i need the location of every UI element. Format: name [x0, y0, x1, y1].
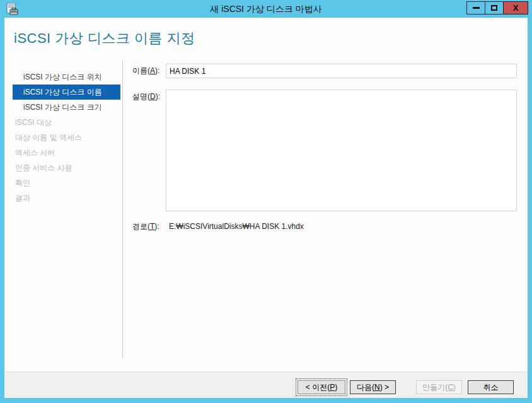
titlebar[interactable]: 새 iSCSI 가상 디스크 마법사 X	[0, 0, 532, 18]
sidebar-item-disk-name[interactable]: iSCSI 가상 디스크 이름	[13, 85, 120, 100]
sidebar-item-auth-services: 인증 서비스 사용	[13, 160, 120, 175]
name-label: 이름(A):	[132, 64, 159, 78]
path-label: 경로(T):	[132, 219, 159, 233]
close-icon: X	[513, 4, 519, 12]
nav-divider	[122, 60, 123, 358]
sidebar-item-confirmation: 확인	[13, 175, 120, 190]
wizard-window: 새 iSCSI 가상 디스크 마법사 X iSCSI 가상 디스크 이름 지정 …	[0, 0, 532, 403]
sidebar-item-iscsi-target: iSCSI 대상	[13, 115, 120, 130]
next-button[interactable]: 다음(N) >	[350, 380, 396, 394]
window-title: 새 iSCSI 가상 디스크 마법사	[0, 0, 532, 18]
wizard-nav: iSCSI 가상 디스크 위치 iSCSI 가상 디스크 이름 iSCSI 가상…	[13, 69, 120, 206]
sidebar-item-target-name-access: 대상 이름 및 액세스	[13, 130, 120, 145]
close-button[interactable]: X	[503, 1, 528, 15]
description-label: 설명(D):	[132, 90, 160, 103]
name-input[interactable]	[166, 64, 517, 78]
sidebar-item-results: 결과	[13, 190, 120, 206]
minimize-button[interactable]	[466, 1, 485, 15]
sidebar-item-access-servers: 액세스 서버	[13, 145, 120, 160]
footer: < 이전(P) 다음(N) > 만들기(C) 취소	[4, 371, 528, 398]
cancel-button[interactable]: 취소	[468, 380, 514, 394]
minimize-icon	[473, 7, 480, 9]
sidebar-item-disk-location[interactable]: iSCSI 가상 디스크 위치	[13, 69, 120, 85]
page-title: iSCSI 가상 디스크 이름 지정	[14, 29, 195, 48]
maximize-icon	[491, 5, 497, 11]
sidebar-item-disk-size[interactable]: iSCSI 가상 디스크 크기	[13, 100, 120, 115]
previous-button[interactable]: < 이전(P)	[298, 380, 345, 394]
path-value: E:₩iSCSIVirtualDisks₩HA DISK 1.vhdx	[169, 220, 304, 233]
maximize-button[interactable]	[485, 1, 504, 15]
create-button: 만들기(C)	[416, 380, 462, 394]
dialog-body: iSCSI 가상 디스크 이름 지정 iSCSI 가상 디스크 위치 iSCSI…	[4, 18, 528, 398]
description-textarea[interactable]	[166, 90, 517, 211]
